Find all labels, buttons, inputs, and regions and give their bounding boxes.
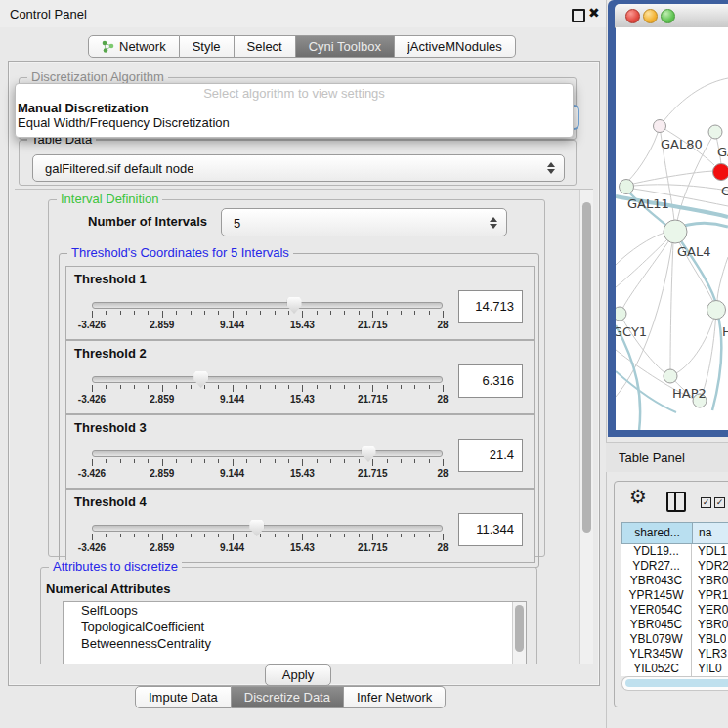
network-node[interactable]: [620, 180, 634, 194]
tick-label: 15.43: [290, 468, 315, 479]
tick-label: -3.426: [78, 542, 106, 553]
close-traffic-light-icon[interactable]: [625, 9, 640, 23]
tick-mark: [260, 385, 261, 389]
threshold-box-2: Threshold 2-3.4262.8599.14415.4321.71528…: [65, 340, 535, 414]
algorithm-dropdown-popup: Select algorithm to view settings Manual…: [15, 83, 574, 138]
close-icon[interactable]: ✖: [588, 5, 600, 21]
network-node-label: HAP2: [672, 386, 707, 401]
gear-icon[interactable]: ⚙: [629, 485, 647, 508]
thresholds-group: Threshold's Coordinates for 5 Intervals …: [59, 253, 539, 568]
numerical-attributes-label: Numerical Attributes: [46, 581, 170, 596]
slider-track[interactable]: [92, 525, 443, 532]
threshold-value-field[interactable]: 6.316: [458, 364, 523, 398]
apply-button-label: Apply: [282, 667, 315, 682]
tab-discretize-data[interactable]: Discretize Data: [232, 686, 344, 708]
network-edge: [660, 78, 728, 126]
tick-mark: [106, 311, 107, 315]
tick-mark: [92, 311, 93, 318]
tab-cyni-toolbox[interactable]: Cyni Toolbox: [296, 35, 395, 58]
table-row[interactable]: YBR043CYBR0: [621, 574, 728, 588]
tick-mark: [176, 459, 177, 463]
column-header-name[interactable]: na: [692, 522, 728, 544]
network-node[interactable]: [654, 120, 666, 133]
tab-network[interactable]: Network: [88, 35, 180, 58]
table-header-row: shared... na: [621, 522, 728, 544]
network-canvas[interactable]: GAL80GACGAL11GAL4GCY1HHAP2: [616, 27, 728, 430]
tick-label: -3.426: [78, 320, 106, 330]
table-row[interactable]: YLR345WYLR3: [621, 647, 728, 662]
threshold-slider[interactable]: -3.4262.8599.14415.4321.71528: [92, 302, 443, 331]
attributes-scrollbar-thumb[interactable]: [515, 605, 524, 652]
column-header-shared-name[interactable]: shared...: [621, 522, 692, 544]
settings-scrollbar[interactable]: [579, 190, 593, 664]
network-node[interactable]: [707, 301, 726, 320]
algorithm-option-manual-discretization[interactable]: Manual Discretization: [18, 101, 149, 115]
network-node[interactable]: [616, 307, 626, 321]
threshold-slider[interactable]: -3.4262.8599.14415.4321.71528: [92, 525, 443, 554]
tick-mark: [387, 311, 388, 315]
checkbox-icon[interactable]: ✓: [701, 497, 711, 508]
network-node[interactable]: [708, 125, 722, 139]
network-node[interactable]: [664, 220, 687, 243]
attribute-item-betweennesscentrality[interactable]: BetweennessCentrality: [64, 635, 526, 652]
tick-mark: [106, 534, 107, 537]
table-hscrollbar-thumb[interactable]: [625, 679, 728, 687]
tick-mark: [359, 311, 360, 315]
tick-mark: [246, 385, 247, 389]
algorithm-popup-hint: Select algorithm to view settings: [16, 86, 573, 101]
threshold-value-field[interactable]: 14.713: [458, 290, 523, 323]
checkbox-icon[interactable]: ✓: [714, 497, 725, 508]
attributes-list-scrollbar[interactable]: [512, 602, 526, 664]
network-node-label: GCY1: [616, 324, 647, 339]
algorithm-option-equal-width-frequency-discretization[interactable]: Equal Width/Frequency Discretization: [18, 115, 230, 130]
cell-shared-name: YIL052C: [621, 662, 692, 676]
settings-scrollbar-thumb[interactable]: [582, 202, 591, 533]
tab-impute-data[interactable]: Impute Data: [135, 686, 232, 708]
slider-ticks: [92, 311, 443, 319]
threshold-slider[interactable]: -3.4262.8599.14415.4321.71528: [92, 376, 443, 406]
apply-button[interactable]: Apply: [265, 664, 331, 686]
threshold-value-field[interactable]: 11.344: [458, 513, 523, 546]
tick-mark: [443, 385, 444, 392]
tab-select[interactable]: Select: [235, 35, 296, 58]
tick-mark: [134, 385, 135, 389]
table-row[interactable]: YBR045CYBR0: [621, 618, 728, 632]
minimize-traffic-light-icon[interactable]: [643, 9, 658, 23]
split-columns-icon[interactable]: [666, 492, 686, 512]
table-row[interactable]: YIL052CYIL0: [621, 662, 728, 676]
zoom-traffic-light-icon[interactable]: [661, 9, 675, 23]
threshold-slider[interactable]: -3.4262.8599.14415.4321.71528: [92, 450, 443, 480]
table-row[interactable]: YBL079WYBL0: [621, 632, 728, 647]
tick-mark: [176, 311, 177, 315]
tick-label: 28: [437, 542, 448, 553]
slider-track[interactable]: [92, 376, 443, 383]
tab-style[interactable]: Style: [180, 35, 235, 58]
table-horizontal-scrollbar[interactable]: [621, 676, 728, 691]
table-row[interactable]: YDL19...YDL1: [621, 544, 728, 559]
slider-track[interactable]: [92, 450, 443, 457]
tick-mark: [92, 534, 93, 540]
tick-mark: [120, 385, 121, 389]
network-node[interactable]: [713, 164, 728, 181]
tick-mark: [120, 311, 121, 315]
tick-mark: [120, 459, 121, 463]
threshold-value-field[interactable]: 21.4: [458, 439, 523, 472]
tick-mark: [246, 459, 247, 463]
table-row[interactable]: YPR145WYPR1: [621, 588, 728, 603]
number-of-intervals-combo[interactable]: 5: [221, 208, 507, 236]
table-row[interactable]: YDR27...YDR2: [621, 559, 728, 574]
tab-jactivemnodules[interactable]: jActiveMNodules: [395, 35, 516, 58]
tick-mark: [134, 311, 135, 315]
attribute-item-topologicalcoefficient[interactable]: TopologicalCoefficient: [64, 619, 526, 635]
tab-infer-network[interactable]: Infer Network: [344, 686, 446, 708]
interval-definition-group-label: Interval Definition: [57, 193, 162, 206]
slider-track[interactable]: [92, 302, 443, 309]
cell-name: YBR0: [692, 574, 728, 588]
table-data-combo[interactable]: galFiltered.sif default node: [32, 154, 565, 182]
numerical-attributes-list[interactable]: SelfLoopsTopologicalCoefficientBetweenne…: [63, 601, 527, 664]
float-window-icon[interactable]: [572, 9, 585, 22]
table-row[interactable]: YER054CYER0: [621, 603, 728, 618]
network-node[interactable]: [664, 369, 677, 383]
attribute-item-selfloops[interactable]: SelfLoops: [64, 602, 526, 619]
tick-mark: [246, 311, 247, 315]
